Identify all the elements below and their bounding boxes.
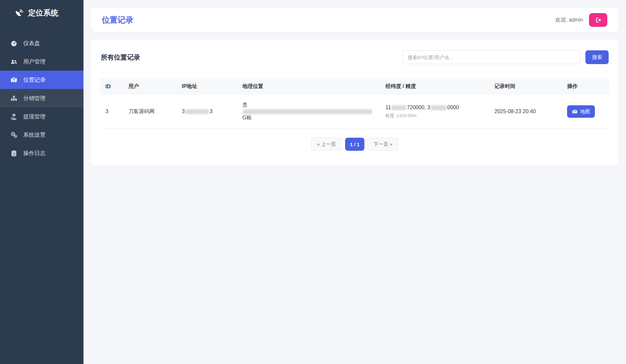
sitemap-icon [10,95,18,102]
records-card: 所有位置记录 搜索 ID 用户 IP地址 地理位置 经纬度 / 精度 记录时间 … [91,40,618,166]
gears-icon [10,131,18,138]
hand-holding-dollar-icon: $ [10,113,18,120]
records-toolbar: 所有位置记录 搜索 [100,49,609,72]
search-area: 搜索 [402,50,609,64]
cell-actions: 地图 [562,95,609,129]
column-header-id: ID [100,78,123,95]
ip-prefix: 3 [182,109,185,114]
sidebar-item-label: 系统设置 [23,131,46,139]
coord-redacted-blur-2 [431,105,447,110]
records-table: ID 用户 IP地址 地理位置 经纬度 / 精度 记录时间 操作 3 刀客源码网… [100,78,609,129]
cell-location: 贵G栋 [237,95,380,129]
cell-ip: 33 [176,95,237,129]
app-logo: 定位系统 [0,0,83,26]
column-header-time: 记录时间 [489,78,562,95]
cell-id: 3 [100,95,123,129]
column-header-coordinates: 经纬度 / 精度 [380,78,489,95]
sidebar-item-settings[interactable]: 系统设置 [0,126,83,144]
welcome-text: 欢迎, admin [556,17,583,24]
sidebar-nav: 仪表盘 用户管理 位置记录 分销管理 [0,26,83,162]
clipboard-list-icon [10,150,18,157]
location-redacted-blur [243,109,372,114]
sidebar-item-dashboard[interactable]: 仪表盘 [0,34,83,52]
search-button[interactable]: 搜索 [585,50,609,64]
page-title: 位置记录 [102,15,133,25]
current-page-indicator: 1 / 1 [345,138,364,151]
search-input[interactable] [402,50,581,64]
location-prefix: 贵 [242,102,248,108]
cell-time: 2025-08-23 20:40 [489,95,562,129]
column-header-location: 地理位置 [237,78,380,95]
sidebar-item-distribution[interactable]: 分销管理 [0,89,83,107]
sidebar-item-logs[interactable]: 操作日志 [0,144,83,162]
column-header-actions: 操作 [562,78,609,95]
map-icon [572,109,578,114]
cell-coordinates: 11720000, 30000 精度: ±103.00m [380,95,489,129]
map-marked-icon [10,77,18,83]
sidebar-item-users[interactable]: 用户管理 [0,52,83,71]
ip-redacted-blur [185,109,209,114]
sidebar-item-withdrawals[interactable]: $ 提现管理 [0,107,83,126]
sidebar-item-location-records[interactable]: 位置记录 [0,71,83,89]
sidebar-item-label: 分销管理 [23,95,46,102]
app-title: 定位系统 [28,8,58,18]
header-card: 位置记录 欢迎, admin [91,8,618,32]
gauge-icon [10,40,18,47]
app-layout: 定位系统 仪表盘 用户管理 位置记录 [0,0,626,364]
map-button[interactable]: 地图 [567,105,595,118]
sign-out-icon [595,17,601,23]
sidebar: 定位系统 仪表盘 用户管理 位置记录 [0,0,83,364]
sidebar-item-label: 用户管理 [23,58,46,65]
map-button-label: 地图 [580,109,590,115]
coord-suffix: 0000 [447,105,459,110]
coord-redacted-blur-1 [392,105,406,110]
main-area: 位置记录 欢迎, admin 所有位置记录 搜索 [83,0,626,364]
users-icon [10,58,18,65]
coordinates-line: 11720000, 30000 [385,105,484,111]
column-header-user: 用户 [123,78,176,95]
sidebar-item-label: 操作日志 [23,149,46,157]
sidebar-item-label: 提现管理 [23,113,46,120]
accuracy-text: 精度: ±103.00m [385,113,484,119]
prev-page-button[interactable]: « 上一页 [311,138,342,151]
records-title: 所有位置记录 [101,53,140,62]
coord-prefix: 11 [385,105,391,110]
location-suffix: G栋 [242,115,251,120]
ip-suffix: 3 [210,109,212,114]
satellite-dish-icon [15,9,24,17]
svg-text:$: $ [13,114,15,116]
sidebar-item-label: 位置记录 [23,76,46,84]
sidebar-item-label: 仪表盘 [23,40,40,47]
table-header: ID 用户 IP地址 地理位置 经纬度 / 精度 记录时间 操作 [100,78,609,95]
column-header-ip: IP地址 [176,78,237,95]
table-row: 3 刀客源码网 33 贵G栋 11720000, 30000 精度: ±103.… [100,95,609,129]
user-area: 欢迎, admin [556,13,607,27]
logout-button[interactable] [589,13,607,27]
coord-mid: 720000, 3 [407,105,430,110]
next-page-button[interactable]: 下一页 » [368,138,398,151]
cell-user: 刀客源码网 [123,95,176,129]
pagination: « 上一页 1 / 1 下一页 » [100,138,609,151]
